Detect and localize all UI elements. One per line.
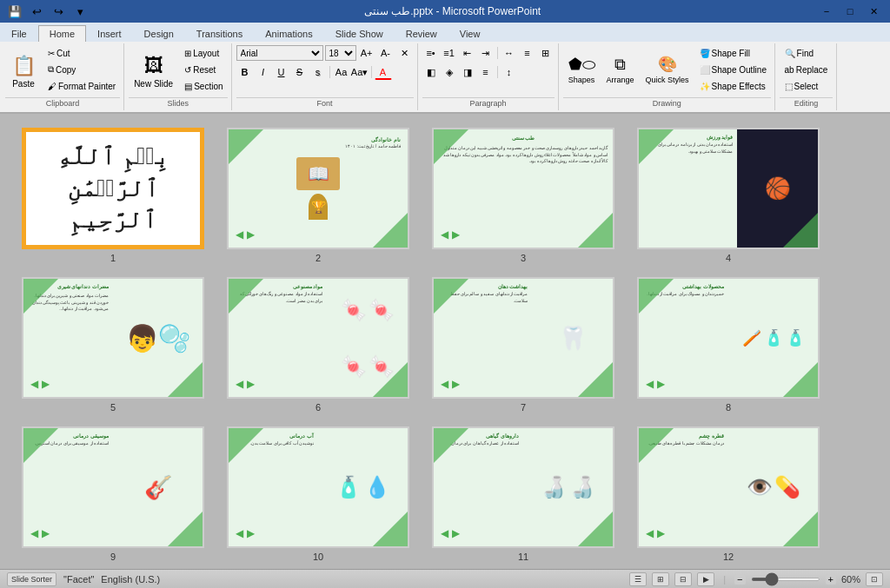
find-button[interactable]: 🔍 Find <box>780 45 833 61</box>
underline-button[interactable]: U <box>273 64 290 80</box>
slide-5-container[interactable]: مضرات دندانهای شیری مضرات مواد صنعتی و ش… <box>17 277 209 413</box>
shapes-button[interactable]: ⬟⬭ Shapes <box>563 48 601 91</box>
change-case-button[interactable]: Aa▾ <box>351 64 369 80</box>
tab-home[interactable]: Home <box>38 25 86 42</box>
slideshow-button[interactable]: ▶ <box>697 572 714 586</box>
bold-button[interactable]: B <box>236 64 254 80</box>
columns-button[interactable]: ⊞ <box>537 45 555 61</box>
italic-button[interactable]: I <box>255 64 272 80</box>
slides-group: 🖼 New Slide ⊞ Layout ↺ Reset ▤ Section S… <box>125 43 231 110</box>
char-spacing-button[interactable]: Aa <box>333 64 350 80</box>
tab-insert[interactable]: Insert <box>86 25 133 42</box>
paste-icon: 📋 <box>12 55 36 77</box>
slide-10-container[interactable]: آب درمانی نوشیدن آب کافی برای سلامت بدن.… <box>222 426 414 562</box>
replace-button[interactable]: ab Replace <box>780 62 833 77</box>
copy-icon: ⧉ <box>48 64 54 75</box>
slide-2-inner: 📖 🏆 نام خانوادگی فاطمه حامد / تاریخ ثبت:… <box>229 129 408 248</box>
tab-transitions[interactable]: Transitions <box>185 25 254 42</box>
format-painter-button[interactable]: 🖌 Format Painter <box>43 78 120 94</box>
slide-5-thumb[interactable]: مضرات دندانهای شیری مضرات مواد صنعتی و ش… <box>22 277 204 399</box>
save-button[interactable]: 💾 <box>5 2 24 21</box>
increase-indent-button[interactable]: ⇥ <box>477 45 495 61</box>
align-right-button[interactable]: ◨ <box>459 64 476 80</box>
quick-styles-button[interactable]: 🎨 Quick Styles <box>641 48 694 91</box>
strikethrough-button[interactable]: S <box>291 64 309 80</box>
slide-9-thumb[interactable]: موسیقی درمانی استفاده از موسیقی برای درم… <box>22 426 204 548</box>
slide-8-container[interactable]: محصولات بهداشتی خمیردندان و مسواک برای م… <box>633 277 824 413</box>
reset-button[interactable]: ↺ Reset <box>180 62 227 77</box>
layout-button[interactable]: ⊞ Layout <box>180 45 227 61</box>
language-label: English (U.S.) <box>101 574 160 585</box>
section-button[interactable]: ▤ Section <box>180 78 227 94</box>
line-spacing-button[interactable]: ↕ <box>501 64 518 80</box>
clear-format-button[interactable]: ✕ <box>396 45 414 61</box>
increase-font-button[interactable]: A+ <box>358 45 375 61</box>
justify-button[interactable]: ≡ <box>477 64 495 80</box>
slide-sorter-icon-button[interactable]: ⊞ <box>652 572 669 586</box>
slide-7-thumb[interactable]: بهداشت دهان مراقبت از دندانهای سفید و سا… <box>432 277 614 399</box>
slide-12-container[interactable]: قطره چشم درمان مشکلات چشم با قطره‌های طب… <box>633 426 824 562</box>
align-center-button[interactable]: ◈ <box>441 64 458 80</box>
slide-3-container[interactable]: طب سنتی گاربد احمد حیدر داروهای روسماری … <box>428 128 619 263</box>
bullets-button[interactable]: ≡• <box>422 45 440 61</box>
slide-7-container[interactable]: بهداشت دهان مراقبت از دندانهای سفید و سا… <box>428 277 619 413</box>
shape-outline-button[interactable]: ⬜ Shape Outline <box>695 62 771 77</box>
close-button[interactable]: ✕ <box>862 3 885 19</box>
slide-8-thumb[interactable]: محصولات بهداشتی خمیردندان و مسواک برای م… <box>637 277 820 399</box>
tab-slideshow[interactable]: Slide Show <box>324 25 395 42</box>
slide-3-thumb[interactable]: طب سنتی گاربد احمد حیدر داروهای روسماری … <box>432 128 614 249</box>
select-button[interactable]: ⬚ Select <box>780 78 833 94</box>
reading-view-button[interactable]: ⊟ <box>674 572 692 586</box>
tab-file[interactable]: File <box>0 25 38 42</box>
tab-view[interactable]: View <box>448 25 492 42</box>
paste-button[interactable]: 📋 Paste <box>5 45 42 97</box>
arrange-button[interactable]: ⧉ Arrange <box>601 48 640 91</box>
slide-4-container[interactable]: فواید ورزش استفاده درمان بدنی از برنامه … <box>633 128 824 263</box>
align-left-button[interactable]: ◧ <box>422 64 440 80</box>
text-direction-button[interactable]: ↔ <box>501 45 518 61</box>
minimize-button[interactable]: − <box>815 3 838 19</box>
slide-2-container[interactable]: 📖 🏆 نام خانوادگی فاطمه حامد / تاریخ ثبت:… <box>222 128 414 263</box>
redo-button[interactable]: ↪ <box>49 2 68 21</box>
slide-12-thumb[interactable]: قطره چشم درمان مشکلات چشم با قطره‌های طب… <box>637 426 820 548</box>
slide-11-thumb[interactable]: داروهای گیاهی استفاده از عصاره گیاهان بر… <box>432 426 614 548</box>
slide-6-container[interactable]: مواد مصنوعی استفاده از مواد مصنوعی و رنگ… <box>222 277 414 413</box>
font-name-select[interactable]: Arial Calibri Times New Roman <box>236 45 323 61</box>
zoom-in-button[interactable]: + <box>826 574 836 585</box>
normal-view-button[interactable]: ☰ <box>629 572 647 586</box>
undo-button[interactable]: ↩ <box>27 2 46 21</box>
slide-2-thumb[interactable]: 📖 🏆 نام خانوادگی فاطمه حامد / تاریخ ثبت:… <box>227 128 409 249</box>
copy-button[interactable]: ⧉ Copy <box>43 62 120 77</box>
shape-effects-icon: ✨ <box>700 82 710 91</box>
slide-1-container[interactable]: بِسۡمِ ٱللَّهِ ٱلرَّحۡمَٰنِ ٱلرَّحِيمِ 1 <box>17 128 209 263</box>
slide-1-thumb[interactable]: بِسۡمِ ٱللَّهِ ٱلرَّحۡمَٰنِ ٱلرَّحِيمِ <box>22 128 204 249</box>
numbering-button[interactable]: ≡1 <box>441 45 458 61</box>
slide-10-thumb[interactable]: آب درمانی نوشیدن آب کافی برای سلامت بدن.… <box>227 426 409 548</box>
tab-animations[interactable]: Animations <box>254 25 323 42</box>
font-color-button[interactable]: A <box>375 64 392 80</box>
tab-design[interactable]: Design <box>133 25 185 42</box>
align-text-button[interactable]: ≡ <box>519 45 536 61</box>
new-slide-button[interactable]: 🖼 New Slide <box>129 45 178 97</box>
slide-11-container[interactable]: داروهای گیاهی استفاده از عصاره گیاهان بر… <box>428 426 619 562</box>
cut-button[interactable]: ✂ Cut <box>43 45 120 61</box>
separator-1 <box>329 66 330 78</box>
shadow-button[interactable]: s <box>309 64 327 80</box>
shape-fill-button[interactable]: 🪣 Shape Fill <box>695 45 771 61</box>
font-label: Font <box>236 97 414 109</box>
zoom-out-button[interactable]: − <box>734 574 745 585</box>
restore-button[interactable]: □ <box>839 3 861 19</box>
zoom-slider[interactable] <box>751 578 820 581</box>
shape-effects-button[interactable]: ✨ Shape Effects <box>695 78 771 94</box>
title-bar: 💾 ↩ ↪ ▾ طب سنتی.pptx - Microsoft PowerPo… <box>0 0 890 23</box>
slide-6-thumb[interactable]: مواد مصنوعی استفاده از مواد مصنوعی و رنگ… <box>227 277 409 399</box>
fit-to-window-button[interactable]: ⊡ <box>866 572 883 586</box>
tab-review[interactable]: Review <box>395 25 448 42</box>
decrease-indent-button[interactable]: ⇤ <box>459 45 476 61</box>
font-size-select[interactable]: 18 12 14 24 36 <box>325 45 356 61</box>
slide-9-container[interactable]: موسیقی درمانی استفاده از موسیقی برای درم… <box>17 426 209 562</box>
decrease-font-button[interactable]: A- <box>377 45 395 61</box>
customize-quick-access-button[interactable]: ▾ <box>70 2 90 21</box>
slide-sorter-view-button[interactable]: Slide Sorter <box>7 572 56 586</box>
slide-4-thumb[interactable]: فواید ورزش استفاده درمان بدنی از برنامه … <box>637 128 820 249</box>
